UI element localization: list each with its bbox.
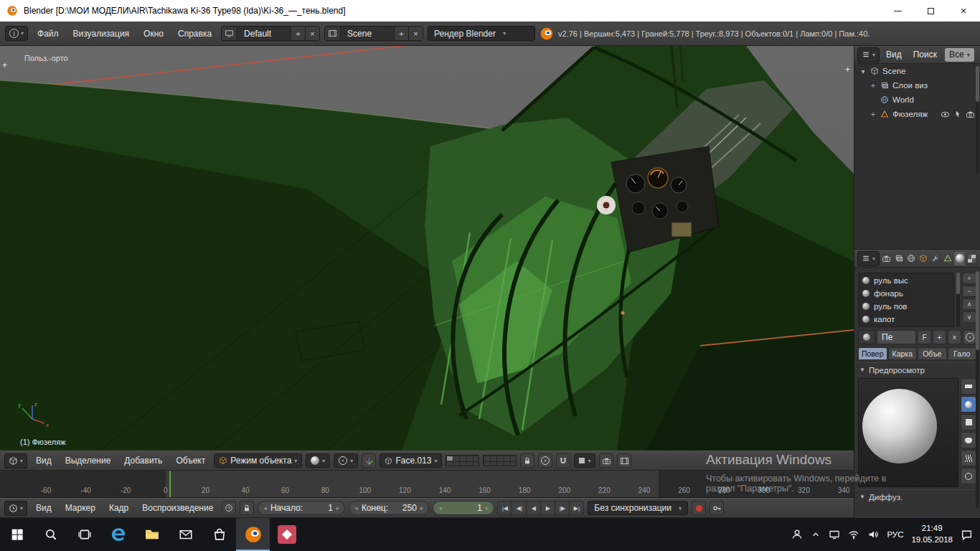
menu-window[interactable]: Окно [138,27,169,40]
new-material-button[interactable]: + [933,330,946,344]
timeline-frame-menu[interactable]: Кадр [104,501,133,514]
action-center-icon[interactable] [961,529,973,541]
properties-scrollbar[interactable] [976,271,979,508]
outliner-filter-selector[interactable]: Все [945,48,974,62]
render-engine-selector[interactable]: Рендер Blender [428,26,535,41]
volume-icon[interactable] [867,529,879,540]
expand-icon[interactable]: + [870,82,877,90]
material-slot-canopy[interactable]: фонарь [859,287,953,300]
menu-file[interactable]: Файл [32,27,64,40]
next-keyframe-button[interactable]: |▶ [555,501,570,515]
outliner-item-world[interactable]: World [854,93,980,107]
object-menu[interactable]: Объект [171,454,210,467]
viewport-shading-selector[interactable] [306,453,330,468]
current-frame-field[interactable]: 1 [433,501,494,515]
taskbar-clock[interactable]: 21:49 19.05.2018 [911,523,953,545]
preview-world-button[interactable] [961,468,976,484]
tab-material[interactable] [954,252,965,265]
collapse-icon[interactable]: ▾ [859,67,867,75]
editor-type-button-properties[interactable] [857,251,880,266]
tab-object-data[interactable] [942,252,953,265]
snap-element-selector[interactable] [574,453,595,468]
editor-type-button-timeline[interactable] [4,501,27,516]
keying-set-button[interactable] [710,501,724,515]
outliner-view-menu[interactable]: Вид [881,48,907,61]
screen-layout-icon[interactable] [222,27,237,40]
start-button[interactable] [0,518,34,551]
menu-render[interactable]: Визуализация [68,27,135,40]
material-slot-rudder[interactable]: руль пов [859,300,953,313]
screen-layout-delete-button[interactable]: × [305,27,319,40]
add-slot-button[interactable]: + [962,273,976,284]
outliner-scrollbar[interactable] [976,66,979,174]
sidebar-expand-icon[interactable]: + [845,65,850,75]
preview-sphere-button[interactable] [961,396,976,413]
start-frame-field[interactable]: Начало:1 [258,501,345,515]
tab-object[interactable] [918,252,928,265]
pivot-point-selector[interactable] [334,453,358,468]
preview-monkey-button[interactable] [961,432,976,448]
task-view-button[interactable] [67,518,101,551]
tab-world[interactable] [905,252,916,265]
fake-user-button[interactable]: F [918,330,931,344]
preview-panel-header[interactable]: Предпросмотр [854,362,980,377]
edge-button[interactable] [101,518,135,551]
lock-camera-button[interactable] [520,453,534,468]
material-slot-cowling[interactable]: капот [859,313,953,326]
type-tab-volume[interactable]: Объе [918,347,947,360]
scene-add-button[interactable]: + [394,27,408,40]
unlink-material-button[interactable]: × [948,330,961,344]
language-indicator[interactable]: РУС [887,530,903,539]
display-icon[interactable] [829,529,840,540]
type-tab-halo[interactable]: Гало [948,347,977,360]
tab-texture[interactable] [966,252,977,265]
tab-render[interactable] [881,252,892,265]
timeline-ruler[interactable]: -60-40-200204060801001201401601802002202… [0,471,854,498]
transform-orientation-selector[interactable]: Face.013 [380,453,442,468]
add-menu[interactable]: Добавить [119,454,167,467]
people-icon[interactable] [791,529,803,540]
opengl-render-anim-button[interactable] [617,453,631,468]
nodes-button[interactable] [963,330,976,344]
material-browse-button[interactable] [858,330,875,344]
visibility-eye-icon[interactable] [941,110,950,119]
active-layer-cell[interactable] [447,456,453,461]
store-button[interactable] [202,518,236,551]
scene-delete-button[interactable]: × [408,27,423,40]
outliner-item-scene[interactable]: ▾ Scene [854,64,980,78]
mode-selector[interactable]: Режим объекта [214,453,302,468]
layers-grid-1[interactable] [446,455,479,466]
photos-app-button[interactable] [270,518,303,551]
type-tab-wire[interactable]: Карка [888,347,918,360]
scene-icon[interactable] [325,27,341,40]
layers-grid-2[interactable] [483,455,517,466]
select-menu[interactable]: Выделение [60,454,116,467]
scene-name[interactable]: Scene [341,27,394,40]
move-slot-down-button[interactable]: ∨ [962,311,976,323]
outliner-item-fuselage[interactable]: + Фюзеляж [854,107,980,121]
toolbar-expand-icon[interactable]: + [2,60,7,70]
slot-list-scrollbar[interactable] [956,273,960,327]
jump-to-end-button[interactable]: ▶| [569,501,584,515]
hidden-icons-caret[interactable] [811,529,821,540]
screen-layout-add-button[interactable]: + [291,27,305,40]
mail-button[interactable] [169,518,202,551]
diffuse-panel-header[interactable]: Диффуз. [854,489,980,504]
end-frame-field[interactable]: Конец:250 [349,501,429,515]
blender-taskbar-button[interactable] [236,518,270,551]
editor-type-button-info[interactable] [5,26,28,41]
timeline-view-menu[interactable]: Вид [31,501,57,514]
lock-range-button[interactable] [240,501,254,515]
prev-keyframe-button[interactable]: ◀| [512,501,527,515]
selectability-cursor-icon[interactable] [953,110,962,118]
taskbar-search-button[interactable] [34,518,67,551]
viewport-3d[interactable]: Польз.-орто (1) Фюзеляж + + x y z [0,46,854,451]
close-button[interactable]: × [947,0,980,22]
auto-keyframe-button[interactable] [692,501,706,515]
jump-to-start-button[interactable]: |◀ [497,501,512,515]
file-explorer-button[interactable] [135,518,169,551]
type-tab-surface[interactable]: Повер [858,347,887,360]
renderability-camera-icon[interactable] [966,110,975,119]
preview-flat-button[interactable] [961,378,976,395]
opengl-render-button[interactable] [599,453,613,468]
